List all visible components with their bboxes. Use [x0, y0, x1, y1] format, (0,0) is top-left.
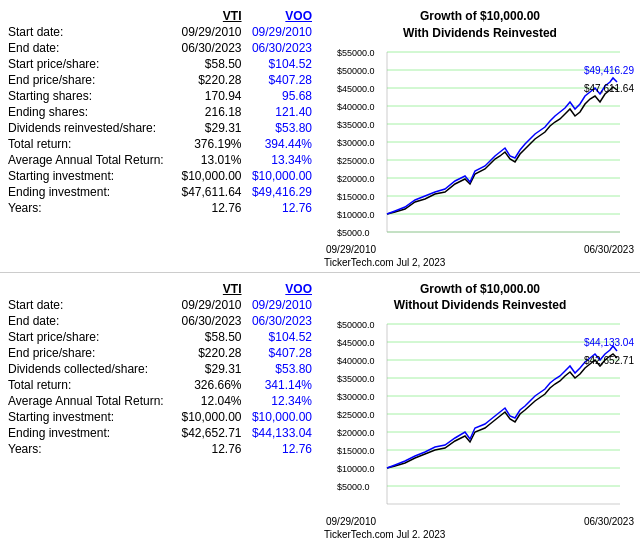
header-voo-2[interactable]: VOO	[246, 281, 316, 297]
table-row: End date:06/30/202306/30/2023	[4, 40, 316, 56]
svg-text:$50000.0: $50000.0	[337, 320, 375, 330]
table-row: Start price/share:$58.50$104.52	[4, 329, 316, 345]
header-vti-1[interactable]: VTI	[175, 8, 245, 24]
header-empty	[4, 8, 175, 24]
chart-x-labels-2: 09/29/2010 06/30/2023	[324, 516, 636, 527]
svg-text:$35000.0: $35000.0	[337, 374, 375, 384]
tickertech-2: TickerTech.com Jul 2, 2023	[324, 529, 636, 538]
row-label: Ending investment:	[4, 425, 175, 441]
tickertech-1: TickerTech.com Jul 2, 2023	[324, 257, 636, 268]
header-vti-2[interactable]: VTI	[175, 281, 245, 297]
row-voo: 13.34%	[246, 152, 316, 168]
row-label: End price/share:	[4, 345, 175, 361]
svg-text:$50000.0: $50000.0	[337, 66, 375, 76]
table-row: End price/share:$220.28$407.28	[4, 72, 316, 88]
row-vti: 12.76	[175, 441, 245, 457]
row-label: Total return:	[4, 377, 175, 393]
section-without-dividends: VTI VOO Start date:09/29/201009/29/2010E…	[0, 273, 640, 538]
table-row: Dividends reinvested/share:$29.31$53.80	[4, 120, 316, 136]
row-voo: $407.28	[246, 72, 316, 88]
svg-text:$15000.0: $15000.0	[337, 446, 375, 456]
comparison-table-1: VTI VOO Start date:09/29/201009/29/2010E…	[4, 8, 316, 216]
row-vti: 216.18	[175, 104, 245, 120]
svg-text:$40000.0: $40000.0	[337, 102, 375, 112]
chart-container-2: $50000.0 $45000.0 $40000.0 $35000.0 $300…	[324, 316, 636, 516]
row-vti: $58.50	[175, 329, 245, 345]
row-vti: $10,000.00	[175, 168, 245, 184]
row-voo: $407.28	[246, 345, 316, 361]
chart-container-1: $55000.0 $50000.0 $45000.0 $40000.0 $350…	[324, 44, 636, 244]
row-label: Starting investment:	[4, 409, 175, 425]
row-voo: 09/29/2010	[246, 297, 316, 313]
row-label: Start date:	[4, 24, 175, 40]
header-voo-1[interactable]: VOO	[246, 8, 316, 24]
table-row: Start date:09/29/201009/29/2010	[4, 24, 316, 40]
row-vti: $47,611.64	[175, 184, 245, 200]
row-voo: 06/30/2023	[246, 313, 316, 329]
table-area-1: VTI VOO Start date:09/29/201009/29/2010E…	[4, 8, 324, 268]
chart-title-1: Growth of $10,000.00 With Dividends Rein…	[324, 8, 636, 42]
svg-text:$5000.0: $5000.0	[337, 482, 370, 492]
row-label: Total return:	[4, 136, 175, 152]
svg-text:$15000.0: $15000.0	[337, 192, 375, 202]
row-vti: 170.94	[175, 88, 245, 104]
comparison-table-2: VTI VOO Start date:09/29/201009/29/2010E…	[4, 281, 316, 457]
svg-text:$45000.0: $45000.0	[337, 338, 375, 348]
row-vti: $10,000.00	[175, 409, 245, 425]
row-vti: 376.19%	[175, 136, 245, 152]
svg-text:$35000.0: $35000.0	[337, 120, 375, 130]
section-with-dividends: VTI VOO Start date:09/29/201009/29/2010E…	[0, 0, 640, 273]
table-row: Years:12.7612.76	[4, 200, 316, 216]
row-label: Ending investment:	[4, 184, 175, 200]
chart-title-2: Growth of $10,000.00 Without Dividends R…	[324, 281, 636, 315]
row-label: Start price/share:	[4, 56, 175, 72]
table-row: Start price/share:$58.50$104.52	[4, 56, 316, 72]
row-label: Starting investment:	[4, 168, 175, 184]
table-row: End price/share:$220.28$407.28	[4, 345, 316, 361]
row-label: Dividends collected/share:	[4, 361, 175, 377]
row-label: Start date:	[4, 297, 175, 313]
table-row: Average Annual Total Return:12.04%12.34%	[4, 393, 316, 409]
chart-label-voo-1: $49,416.29	[584, 64, 634, 77]
table-row: Ending investment:$42,652.71$44,133.04	[4, 425, 316, 441]
row-vti: $29.31	[175, 120, 245, 136]
svg-text:$10000.0: $10000.0	[337, 464, 375, 474]
chart-area-2: Growth of $10,000.00 Without Dividends R…	[324, 281, 636, 538]
chart-label-vti-1: $47,611.64	[584, 82, 634, 95]
row-voo: 06/30/2023	[246, 40, 316, 56]
svg-text:$10000.0: $10000.0	[337, 210, 375, 220]
table-row: Starting investment:$10,000.00$10,000.00	[4, 409, 316, 425]
table-row: Total return:326.66%341.14%	[4, 377, 316, 393]
row-vti: $58.50	[175, 56, 245, 72]
row-vti: $29.31	[175, 361, 245, 377]
row-vti: 326.66%	[175, 377, 245, 393]
row-label: Ending shares:	[4, 104, 175, 120]
row-label: Average Annual Total Return:	[4, 393, 175, 409]
row-vti: $220.28	[175, 345, 245, 361]
row-label: Years:	[4, 441, 175, 457]
chart-x-labels-1: 09/29/2010 06/30/2023	[324, 244, 636, 255]
row-vti: 12.76	[175, 200, 245, 216]
row-vti: 09/29/2010	[175, 297, 245, 313]
svg-text:$20000.0: $20000.0	[337, 174, 375, 184]
table-row: Years:12.7612.76	[4, 441, 316, 457]
row-voo: 12.76	[246, 441, 316, 457]
table-row: Ending investment:$47,611.64$49,416.29	[4, 184, 316, 200]
row-voo: 394.44%	[246, 136, 316, 152]
row-vti: $42,652.71	[175, 425, 245, 441]
row-label: Dividends reinvested/share:	[4, 120, 175, 136]
row-vti: 09/29/2010	[175, 24, 245, 40]
table-row: Dividends collected/share:$29.31$53.80	[4, 361, 316, 377]
table-row: Starting investment:$10,000.00$10,000.00	[4, 168, 316, 184]
svg-text:$25000.0: $25000.0	[337, 156, 375, 166]
row-voo: 12.34%	[246, 393, 316, 409]
row-vti: 06/30/2023	[175, 313, 245, 329]
row-voo: 121.40	[246, 104, 316, 120]
table-row: Starting shares:170.9495.68	[4, 88, 316, 104]
row-label: Average Annual Total Return:	[4, 152, 175, 168]
row-voo: $10,000.00	[246, 168, 316, 184]
svg-text:$30000.0: $30000.0	[337, 392, 375, 402]
row-voo: $104.52	[246, 56, 316, 72]
svg-text:$40000.0: $40000.0	[337, 356, 375, 366]
row-voo: 95.68	[246, 88, 316, 104]
